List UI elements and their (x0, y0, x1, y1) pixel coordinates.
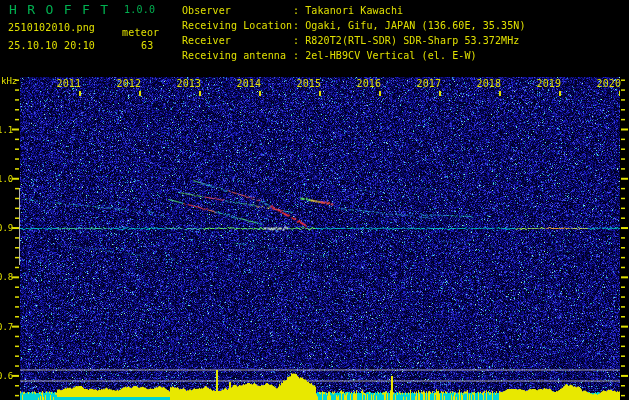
station-info-row: Receiving Location: Ogaki, Gifu, JAPAN (… (182, 18, 526, 33)
station-colon: : (293, 20, 305, 31)
station-colon: : (293, 5, 305, 16)
capture-datetime: 25.10.10 20:10 (8, 40, 95, 51)
station-label: Receiver (182, 33, 293, 48)
y-axis-label: 1.1 (0, 125, 13, 135)
station-value: R820T2(RTL-SDR) SDR-Sharp 53.372MHz (305, 35, 519, 46)
station-colon: : (293, 35, 305, 46)
station-label: Observer (182, 3, 293, 18)
app-version: 1.0.0 (124, 4, 155, 15)
station-info-row: Receiver: R820T2(RTL-SDR) SDR-Sharp 53.3… (182, 33, 526, 48)
station-colon: : (293, 50, 305, 61)
hrofft-screen: H R O F F T 1.0.0 2510102010.png meteor … (0, 0, 629, 400)
x-axis-label: 2017 (410, 78, 441, 89)
y-axis-label: 0.9 (0, 223, 13, 233)
x-axis-label: 2011 (50, 78, 81, 89)
capture-filename: 2510102010.png (8, 22, 95, 33)
station-value: 2el-HB9CV Vertical (el. E-W) (305, 50, 476, 61)
echo-count: 63 (141, 40, 153, 51)
capture-mode: meteor (122, 27, 159, 38)
x-axis-label: 2019 (530, 78, 561, 89)
station-value: Ogaki, Gifu, JAPAN (136.60E, 35.35N) (305, 20, 525, 31)
x-axis-label: 2018 (470, 78, 501, 89)
y-axis-unit: kHz (1, 76, 17, 86)
x-axis-label: 2016 (350, 78, 381, 89)
y-axis-label: 0.6 (0, 371, 13, 381)
station-info-row: Receiving antenna: 2el-HB9CV Vertical (e… (182, 48, 526, 63)
x-axis-label: 2012 (110, 78, 141, 89)
y-axis-label: 0.8 (0, 272, 13, 282)
x-axis-label: 2013 (170, 78, 201, 89)
x-axis-label: 2014 (230, 78, 261, 89)
station-info: Observer: Takanori KawachiReceiving Loca… (182, 3, 526, 63)
y-axis-label: 0.7 (0, 322, 13, 332)
app-title: H R O F F T (9, 2, 109, 17)
station-label: Receiving antenna (182, 48, 293, 63)
station-label: Receiving Location (182, 18, 293, 33)
station-value: Takanori Kawachi (305, 5, 403, 16)
x-axis-label: 2020 (590, 78, 621, 89)
x-axis-label: 2015 (290, 78, 321, 89)
station-info-row: Observer: Takanori Kawachi (182, 3, 526, 18)
y-axis-label: 1.0 (0, 174, 13, 184)
